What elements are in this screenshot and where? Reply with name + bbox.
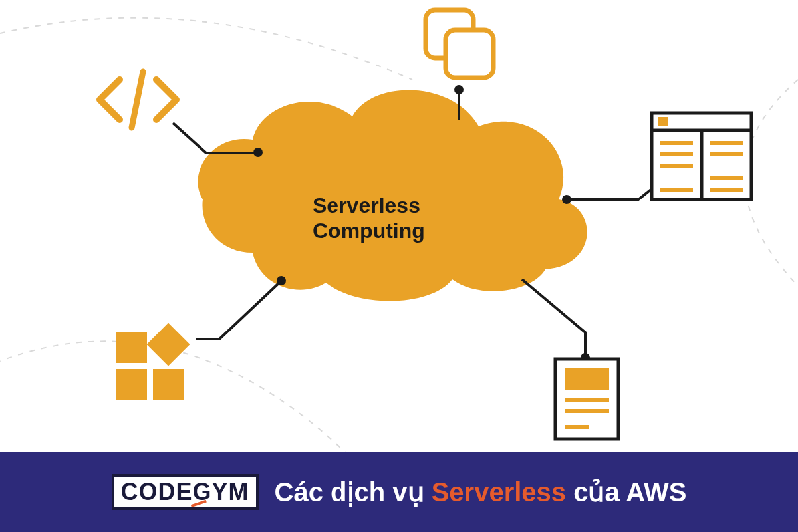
footer-title: Các dịch vụ Serverless của AWS	[275, 477, 687, 507]
layout-panel-icon	[652, 113, 751, 200]
diagram-canvas: Serverless Computing	[0, 0, 798, 452]
stacked-windows-icon	[426, 10, 493, 78]
svg-rect-21	[565, 368, 609, 390]
svg-rect-8	[652, 113, 751, 200]
logo-slash-icon: G	[193, 478, 212, 506]
cloud-label-line1: Serverless	[313, 194, 420, 217]
footer-title-before: Các dịch vụ	[275, 477, 432, 507]
footer-title-after: của AWS	[566, 477, 686, 507]
footer-banner: CODEGYM Các dịch vụ Serverless của AWS	[0, 452, 798, 532]
svg-rect-26	[116, 369, 147, 400]
svg-rect-11	[658, 117, 668, 126]
blocks-grid-icon	[116, 323, 190, 400]
svg-point-3	[581, 353, 590, 362]
svg-rect-27	[153, 369, 184, 400]
svg-rect-7	[446, 30, 493, 78]
svg-rect-6	[426, 10, 473, 58]
svg-rect-25	[116, 332, 147, 363]
codegym-logo: CODEGYM	[112, 474, 259, 510]
document-icon	[555, 359, 618, 439]
svg-point-1	[454, 85, 464, 94]
svg-line-5	[132, 72, 143, 128]
footer-title-highlight: Serverless	[432, 477, 566, 507]
svg-point-4	[277, 276, 286, 285]
svg-point-2	[562, 195, 571, 204]
svg-rect-28	[146, 323, 190, 366]
code-icon	[100, 72, 176, 128]
svg-rect-20	[555, 359, 618, 439]
cloud-label-line2: Computing	[313, 219, 425, 243]
svg-point-0	[253, 148, 263, 157]
cloud-center-label: Serverless Computing	[313, 193, 425, 244]
